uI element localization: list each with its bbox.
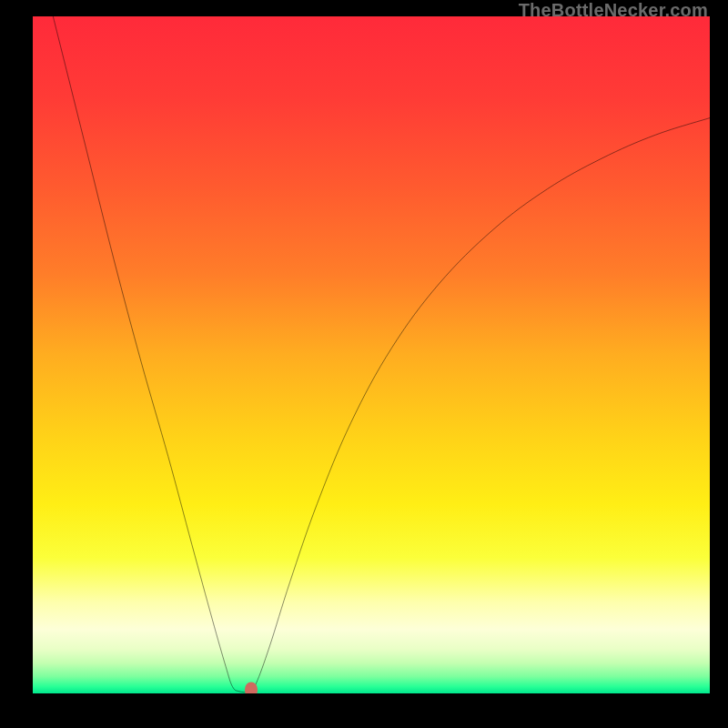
chart-frame: TheBottleNecker.com <box>0 0 728 728</box>
watermark-label: TheBottleNecker.com <box>519 0 708 21</box>
bottleneck-curve <box>33 16 710 693</box>
plot-area <box>33 16 710 693</box>
optimal-point-marker <box>245 682 258 693</box>
